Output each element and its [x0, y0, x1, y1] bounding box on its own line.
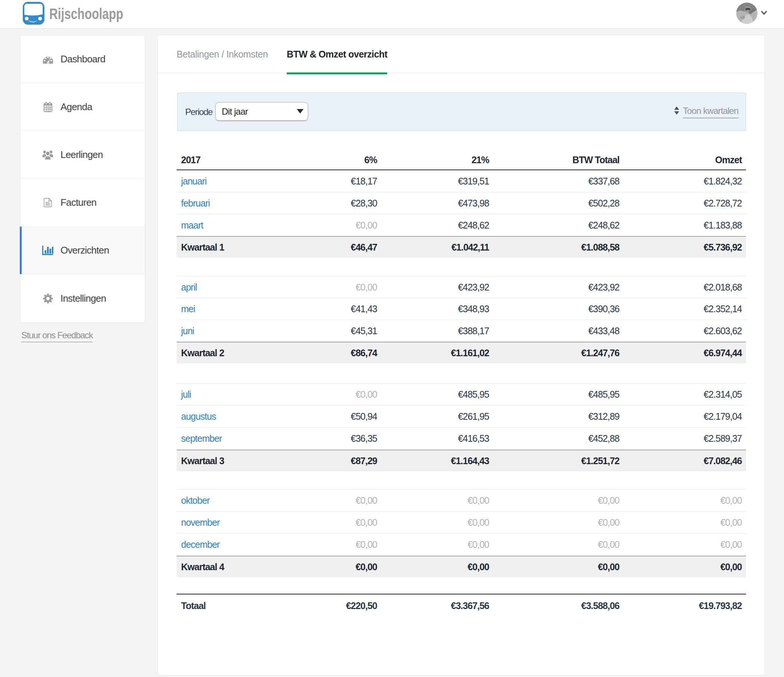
svg-text:Rijschoolapp: Rijschoolapp: [49, 5, 123, 22]
